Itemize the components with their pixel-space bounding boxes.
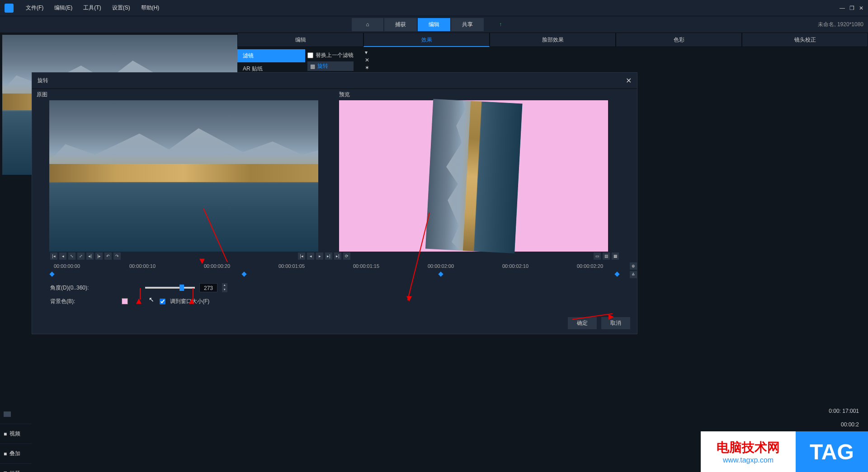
loop-icon[interactable]: ⟳ — [343, 252, 350, 260]
watermark-url: www.tagxp.com — [723, 456, 774, 464]
menu-edit[interactable]: 编辑(E) — [49, 4, 78, 12]
zoom-in-icon[interactable]: ⊕ — [630, 262, 637, 270]
keyframe-end[interactable] — [614, 271, 619, 276]
timecode-display: 0:00: 17:001 00:00:2 — [829, 408, 859, 428]
modal-close-icon[interactable]: ✕ — [626, 76, 632, 85]
collapse-icon[interactable]: ≙ — [630, 271, 637, 278]
home-icon: ⌂ — [366, 21, 369, 28]
angle-input[interactable]: 273 — [199, 283, 217, 292]
tl-tab-storyboard[interactable] — [0, 404, 32, 424]
subtab-edit[interactable]: 编辑 — [237, 33, 363, 47]
modal-timeline[interactable]: 00:00:00:00 00:00:00:10 00:00:00:20 00:0… — [32, 261, 637, 274]
tc-5: 00:00:02:00 — [428, 263, 454, 269]
angle-down-icon[interactable]: ▾ — [222, 288, 227, 292]
bg-color-swatch[interactable] — [122, 298, 128, 304]
watermark: 电脑技术网 www.tagxp.com TAG — [701, 431, 868, 472]
upload-icon: ↑ — [499, 21, 502, 28]
tc-0: 00:00:00:00 — [54, 263, 80, 269]
undo-icon[interactable]: ↶ — [104, 252, 112, 260]
replace-filter-checkbox[interactable] — [307, 52, 313, 58]
subtabs: 编辑 效果 脸部效果 色彩 镜头校正 — [237, 33, 868, 47]
menu-tools[interactable]: 工具(T) — [78, 4, 106, 12]
nav-upload[interactable]: ↑ — [485, 18, 516, 31]
fit-window-checkbox[interactable] — [160, 299, 165, 304]
preview-image — [339, 100, 608, 252]
tl-title-label: 标题 — [9, 470, 20, 472]
angle-slider[interactable] — [145, 287, 195, 289]
filter-list: 滤镜 AR 贴纸 — [237, 49, 305, 75]
prev-icon[interactable]: ◂ — [307, 252, 314, 260]
modal-footer: 确定 取消 — [568, 317, 630, 329]
watermark-tag: TAG — [796, 431, 868, 472]
preview-label: 预览 — [335, 89, 637, 100]
rotate-modal: 旋转 ✕ 原图 预览 |◂ ◂ ⤡ ⤢ ◂| |▸ ↶ ↷ |◂ ◂ — [32, 72, 637, 334]
first-frame-icon[interactable]: |◂ — [50, 252, 57, 260]
filter-item-filter[interactable]: 滤镜 — [237, 49, 305, 62]
step-fwd-icon[interactable]: |▸ — [95, 252, 103, 260]
prev-frame-icon[interactable]: ◂ — [59, 252, 66, 260]
menu-settings[interactable]: 设置(S) — [107, 4, 136, 12]
step-back-icon[interactable]: ◂| — [86, 252, 94, 260]
rotate-filter-label[interactable]: 旋转 — [317, 62, 328, 70]
view1-icon[interactable]: ▭ — [594, 252, 601, 260]
go-end-icon[interactable]: ▸| — [334, 252, 341, 260]
nav-home[interactable]: ⌂ — [352, 18, 383, 31]
keyframe-2[interactable] — [438, 271, 443, 276]
keyframe-start[interactable] — [49, 271, 54, 276]
play-icon[interactable]: ▸ — [316, 252, 323, 260]
top-nav: ⌂ 捕获 编辑 共享 ↑ 未命名, 1920*1080 — [0, 16, 868, 33]
subtab-color[interactable]: 色彩 — [616, 33, 742, 47]
nav-capture[interactable]: 捕获 — [384, 18, 417, 31]
subtab-effect[interactable]: 效果 — [363, 33, 490, 47]
maximize-icon[interactable]: ❐ — [849, 5, 854, 11]
filter-options: 替换上一个滤镜 ▦旋转 — [305, 49, 356, 75]
tc-1: 00:00:00:10 — [129, 263, 156, 269]
menu-file[interactable]: 文件(F) — [20, 4, 49, 12]
slider-thumb[interactable] — [179, 285, 184, 291]
tc-6: 00:00:02:10 — [502, 263, 528, 269]
timeline-tabs: ■视频 ■叠加 T标题 🎤声音 ♪音乐 — [0, 404, 32, 472]
angle-label: 角度(D)(0..360): — [50, 284, 109, 292]
nav-edit[interactable]: 编辑 — [418, 18, 450, 31]
minimize-icon[interactable]: — — [840, 5, 845, 11]
delete-icon[interactable]: ✕ — [365, 57, 369, 63]
bgcolor-label: 背景色(B): — [50, 298, 109, 305]
tc-current: 0:00: 17:001 — [829, 408, 859, 414]
storyboard-icon — [4, 411, 11, 417]
dropdown-icon[interactable]: ▾ — [365, 49, 369, 56]
tc-end: 00:00:2 — [829, 421, 859, 428]
tc-3: 00:00:01:05 — [278, 263, 305, 269]
overlay-icon: ■ — [4, 451, 7, 457]
subtab-face[interactable]: 脸部效果 — [490, 33, 616, 47]
modal-title: 旋转 — [38, 77, 626, 84]
app-logo — [5, 4, 14, 13]
watermark-title: 电脑技术网 — [717, 439, 780, 456]
next-icon[interactable]: ▸| — [325, 252, 332, 260]
subtab-lens[interactable]: 镜头校正 — [742, 33, 868, 47]
preview-column: 预览 — [335, 89, 637, 252]
mouse-cursor: ↖ — [149, 296, 154, 303]
cancel-button[interactable]: 取消 — [601, 317, 630, 329]
redo-icon[interactable]: ↷ — [113, 252, 121, 260]
tl-tab-video[interactable]: ■视频 — [0, 424, 32, 444]
nav-share[interactable]: 共享 — [451, 18, 484, 31]
close-icon[interactable]: ✕ — [859, 5, 863, 11]
keyframe-1[interactable] — [241, 271, 246, 276]
video-icon: ■ — [4, 431, 7, 437]
original-column: 原图 — [32, 89, 335, 252]
expand-icon[interactable]: ⤢ — [77, 252, 85, 260]
ok-button[interactable]: 确定 — [568, 317, 597, 329]
window-controls: — ❐ ✕ — [840, 5, 863, 11]
settings-icon[interactable]: ✶ — [365, 65, 369, 71]
main-menu: 文件(F) 编辑(E) 工具(T) 设置(S) 帮助(H) — ❐ ✕ — [0, 0, 868, 16]
angle-up-icon[interactable]: ▴ — [222, 283, 227, 288]
go-start-icon[interactable]: |◂ — [298, 252, 305, 260]
tl-tab-title[interactable]: T标题 — [0, 464, 32, 472]
reverse-icon[interactable]: ⤡ — [68, 252, 75, 260]
title-icon: T — [4, 471, 7, 472]
view3-icon[interactable]: ▦ — [612, 252, 619, 260]
tl-tab-overlay[interactable]: ■叠加 — [0, 444, 32, 464]
view2-icon[interactable]: ▥ — [603, 252, 610, 260]
rotate-icon: ▦ — [310, 63, 315, 70]
menu-help[interactable]: 帮助(H) — [136, 4, 165, 12]
